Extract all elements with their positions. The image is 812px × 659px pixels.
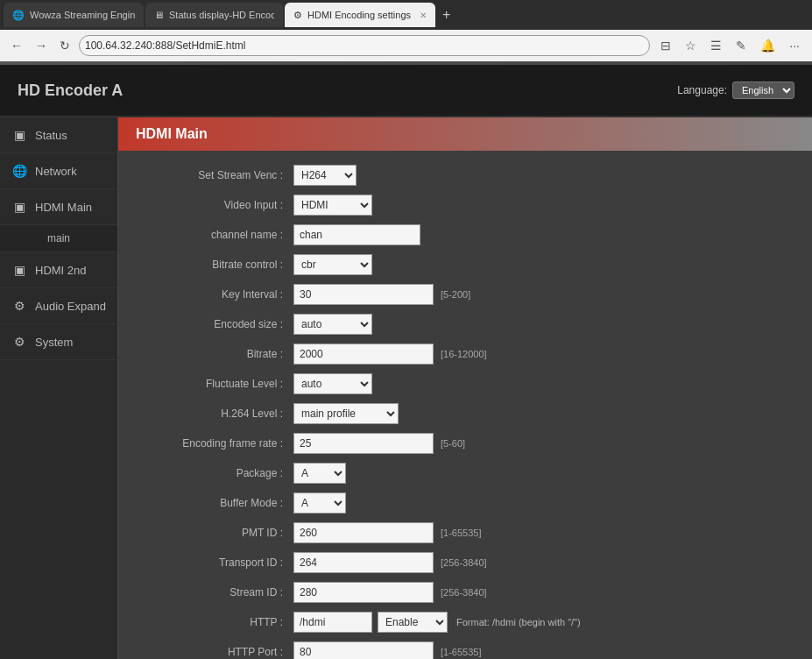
encoding-frame-rate-label: Encoding frame rate : bbox=[136, 437, 293, 450]
sidebar-item-audio-expand-label: Audio Expand bbox=[35, 300, 106, 313]
key-interval-control bbox=[293, 284, 434, 305]
http-control: Enable Disable Format: /hdmi (begin with… bbox=[293, 612, 581, 633]
hdmi-2nd-icon: ▣ bbox=[11, 261, 28, 279]
address-bar[interactable] bbox=[79, 35, 650, 56]
bitrate-control-label: Bitrate control : bbox=[136, 259, 293, 271]
video-input-row: Video Input : HDMI SDI CVBS bbox=[136, 195, 794, 216]
fluctuate-level-select[interactable]: auto low medium high bbox=[293, 373, 372, 394]
h264-level-label: H.264 Level : bbox=[136, 407, 293, 420]
sidebar: ▣ Status 🌐 Network ▣ HDMI Main main ▣ HD… bbox=[0, 117, 118, 659]
sidebar-item-status-label: Status bbox=[35, 129, 67, 142]
sidebar-item-hdmi-main-label: HDMI Main bbox=[35, 201, 92, 214]
buffer-mode-row: Buffer Mode : A B C bbox=[136, 492, 794, 514]
stream-id-label: Stream ID : bbox=[136, 586, 293, 599]
tab-hdmi-icon: ⚙ bbox=[293, 10, 302, 21]
pmt-id-hint: [1-65535] bbox=[441, 528, 481, 538]
system-icon: ⚙ bbox=[11, 333, 28, 351]
bitrate-row: Bitrate : [16-12000] bbox=[136, 344, 794, 365]
buffer-mode-select[interactable]: A B C bbox=[293, 492, 346, 514]
split-view-button[interactable]: ⊟ bbox=[655, 35, 676, 56]
sidebar-item-hdmi-main[interactable]: ▣ HDMI Main bbox=[0, 189, 117, 225]
package-label: Package : bbox=[136, 467, 293, 479]
pmt-id-input[interactable] bbox=[293, 522, 434, 543]
set-stream-venc-select[interactable]: H264 H265 MJPEG bbox=[293, 165, 357, 186]
transport-id-control bbox=[293, 552, 434, 573]
sidebar-item-audio-expand[interactable]: ⚙ Audio Expand bbox=[0, 288, 117, 324]
http-port-input[interactable] bbox=[293, 641, 434, 659]
encoded-size-select[interactable]: auto 1920x1080 1280x720 720x480 bbox=[293, 314, 372, 335]
channel-name-label: channel name : bbox=[136, 229, 293, 241]
language-select[interactable]: English bbox=[732, 81, 794, 99]
content-header: HDMI Main bbox=[118, 117, 812, 151]
nav-actions: ⊟ ☆ ☰ ✎ 🔔 ··· bbox=[655, 35, 805, 56]
content-title: HDMI Main bbox=[136, 126, 794, 142]
pmt-id-label: PMT ID : bbox=[136, 527, 293, 539]
encoding-frame-rate-control bbox=[293, 433, 434, 454]
app-title: HD Encoder A bbox=[18, 81, 123, 100]
set-stream-venc-control: H264 H265 MJPEG bbox=[293, 165, 357, 186]
form-area: Set Stream Venc : H264 H265 MJPEG Video … bbox=[118, 151, 812, 659]
http-row: HTTP : Enable Disable Format: /hdmi (beg… bbox=[136, 612, 794, 633]
h264-level-select[interactable]: main profile baseline profile high profi… bbox=[293, 403, 399, 424]
encoding-frame-rate-input[interactable] bbox=[293, 433, 434, 454]
encoded-size-label: Encoded size : bbox=[136, 318, 293, 330]
sidebar-item-network[interactable]: 🌐 Network bbox=[0, 153, 117, 189]
set-stream-venc-row: Set Stream Venc : H264 H265 MJPEG bbox=[136, 165, 794, 186]
encoded-size-row: Encoded size : auto 1920x1080 1280x720 7… bbox=[136, 314, 794, 335]
more-button[interactable]: ··· bbox=[784, 35, 805, 56]
h264-level-control: main profile baseline profile high profi… bbox=[293, 403, 399, 424]
bitrate-control-select[interactable]: cbr vbr bbox=[293, 254, 372, 275]
tab-hdmi-close[interactable]: ✕ bbox=[420, 11, 427, 20]
refresh-button[interactable]: ↻ bbox=[56, 35, 74, 56]
http-enable-select[interactable]: Enable Disable bbox=[378, 612, 448, 633]
edit-button[interactable]: ✎ bbox=[731, 35, 752, 56]
http-label: HTTP : bbox=[136, 616, 293, 628]
video-input-label: Video Input : bbox=[136, 199, 293, 211]
fluctuate-level-label: Fluctuate Level : bbox=[136, 378, 293, 390]
sidebar-item-hdmi-2nd-label: HDMI 2nd bbox=[35, 264, 87, 277]
account-button[interactable]: 🔔 bbox=[755, 35, 780, 56]
http-port-label: HTTP Port : bbox=[136, 646, 293, 658]
tab-bar: 🌐 Wowza Streaming Engine M 🖥 Status disp… bbox=[0, 0, 812, 30]
video-input-select[interactable]: HDMI SDI CVBS bbox=[293, 195, 372, 216]
tab-wowza[interactable]: 🌐 Wowza Streaming Engine M bbox=[4, 3, 144, 27]
menu-button[interactable]: ☰ bbox=[705, 35, 727, 56]
stream-id-hint: [256-3840] bbox=[441, 587, 487, 598]
encoded-size-control: auto 1920x1080 1280x720 720x480 bbox=[293, 314, 372, 335]
new-tab-button[interactable]: + bbox=[437, 7, 455, 23]
sidebar-main-sublabel: main bbox=[0, 225, 117, 252]
tab-status[interactable]: 🖥 Status display-HD Encoder bbox=[145, 3, 283, 27]
sidebar-item-status[interactable]: ▣ Status bbox=[0, 117, 117, 153]
key-interval-label: Key Interval : bbox=[136, 288, 293, 301]
channel-name-row: channel name : bbox=[136, 224, 794, 245]
fluctuate-level-row: Fluctuate Level : auto low medium high bbox=[136, 373, 794, 394]
stream-id-input[interactable] bbox=[293, 582, 434, 603]
h264-level-row: H.264 Level : main profile baseline prof… bbox=[136, 403, 794, 424]
buffer-mode-control: A B C bbox=[293, 492, 346, 514]
bitrate-input[interactable] bbox=[293, 344, 434, 365]
sidebar-item-system[interactable]: ⚙ System bbox=[0, 324, 117, 360]
favorites-button[interactable]: ☆ bbox=[680, 35, 702, 56]
tab-hdmi-label: HDMI Encoding settings bbox=[307, 10, 411, 20]
set-stream-venc-label: Set Stream Venc : bbox=[136, 169, 293, 181]
transport-id-input[interactable] bbox=[293, 552, 434, 573]
bitrate-control-row: Bitrate control : cbr vbr bbox=[136, 254, 794, 275]
tab-status-icon: 🖥 bbox=[154, 10, 164, 20]
tab-wowza-label: Wowza Streaming Engine M bbox=[30, 10, 135, 20]
package-select[interactable]: A B C bbox=[293, 463, 346, 484]
fluctuate-level-control: auto low medium high bbox=[293, 373, 372, 394]
bitrate-control-control: cbr vbr bbox=[293, 254, 372, 275]
back-button[interactable]: ← bbox=[7, 35, 26, 56]
forward-button[interactable]: → bbox=[32, 35, 51, 56]
audio-expand-icon: ⚙ bbox=[11, 297, 28, 315]
main-layout: ▣ Status 🌐 Network ▣ HDMI Main main ▣ HD… bbox=[0, 117, 812, 659]
status-icon: ▣ bbox=[11, 126, 28, 144]
encoding-frame-rate-hint: [5-60] bbox=[441, 438, 465, 449]
sidebar-item-system-label: System bbox=[35, 336, 73, 349]
http-path-input[interactable] bbox=[293, 612, 372, 633]
key-interval-input[interactable] bbox=[293, 284, 434, 305]
tab-hdmi-settings[interactable]: ⚙ HDMI Encoding settings ✕ bbox=[285, 3, 435, 27]
tab-wowza-icon: 🌐 bbox=[12, 10, 25, 21]
sidebar-item-hdmi-2nd[interactable]: ▣ HDMI 2nd bbox=[0, 252, 117, 288]
channel-name-input[interactable] bbox=[293, 224, 420, 245]
